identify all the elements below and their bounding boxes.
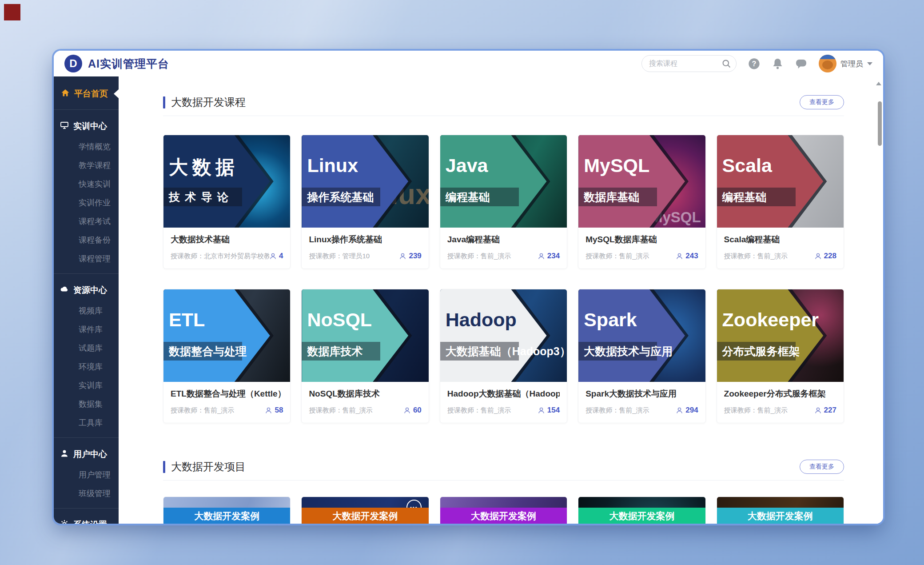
sidebar-item[interactable]: 实训作业 (54, 193, 119, 212)
course-teacher: 授课教师：售前_演示 (447, 406, 538, 415)
chat-icon[interactable] (795, 58, 807, 70)
banner-title: MySQL (584, 155, 649, 176)
sidebar-item[interactable]: 实训库 (54, 376, 119, 395)
user-menu[interactable]: 管理员 (819, 55, 872, 72)
sidebar-item[interactable]: 用户管理 (54, 465, 119, 484)
course-card[interactable]: ETL 数据整合与处理 ETL数据整合与处理（Kettle） 授课教师：售前_演… (163, 289, 291, 423)
section-head: 大数据开发课程 查看更多 (163, 95, 844, 109)
project-image: 大数据开发案例 (578, 497, 705, 524)
course-card[interactable]: Linux Linux 操作系统基础 Linux操作系统基础 授课教师 (301, 135, 429, 269)
card-body: Linux操作系统基础 授课教师：管理员10 239 (302, 228, 428, 268)
sidebar-section-training[interactable]: 实训中心 (54, 115, 119, 137)
sidebar-item[interactable]: 教学课程 (54, 156, 119, 175)
chevron-down-icon (867, 62, 872, 65)
student-count: 154 (538, 406, 560, 415)
app-body: 平台首页 实训中心 学情概览 教学课程 快速实训 实训作业 课程考试 课程备份 … (54, 76, 883, 524)
course-card[interactable]: NoSQL 数据库技术 NoSQL数据库技术 授课教师：售前_演示 60 (301, 289, 429, 423)
banner-subtitle: 编程基础 (717, 188, 796, 206)
person-outline-icon (814, 252, 822, 260)
help-icon[interactable]: ? (748, 58, 760, 70)
project-band-label: 大数据开发案例 (163, 508, 290, 524)
course-teacher: 授课教师：售前_演示 (171, 406, 265, 415)
sidebar-item[interactable]: 快速实训 (54, 175, 119, 193)
course-title: Zookeeper分布式服务框架 (724, 388, 836, 400)
view-more-button[interactable]: 查看更多 (800, 460, 844, 474)
section-divider (163, 480, 844, 481)
course-teacher: 授课教师：售前_演示 (724, 252, 814, 260)
card-body: ETL数据整合与处理（Kettle） 授课教师：售前_演示 58 (163, 382, 290, 423)
course-title: Linux操作系统基础 (309, 234, 421, 245)
course-teacher: 授课教师：售前_演示 (585, 406, 676, 415)
course-card[interactable]: Hadoop 大数据基础（Hadoop3） Hadoop大数据基础（Hadoop… (440, 289, 567, 423)
header-right: ? 管理员 (641, 55, 872, 72)
course-teacher: 授课教师：北京市对外贸易学校教... (171, 252, 269, 260)
section-courses: 大数据开发课程 查看更多 大数据 技术导 (119, 76, 883, 455)
course-banner: Linux Linux 操作系统基础 (302, 135, 428, 228)
banner-title: Hadoop (446, 309, 517, 331)
monitor-icon (60, 121, 69, 132)
sidebar-item[interactable]: 课程考试 (54, 212, 119, 231)
course-banner: ETL 数据整合与处理 (163, 289, 290, 382)
view-more-button[interactable]: 查看更多 (800, 95, 844, 109)
search-box (641, 55, 737, 72)
course-card[interactable]: Spark 大数据技术与应用 Spark大数据技术与应用 授课教师：售前_演示 … (578, 289, 705, 423)
course-title: NoSQL数据库技术 (309, 388, 421, 400)
course-card[interactable]: 大数据 技术导论 大数据技术基础 授课教师：北京市对外贸易学校教... 4 (163, 135, 291, 269)
banner-title: Linux (307, 155, 358, 176)
section-projects: 大数据开发项目 查看更多 大数据开发案例 (119, 455, 883, 524)
card-body: NoSQL数据库技术 授课教师：售前_演示 60 (302, 382, 428, 423)
section-title: 大数据开发项目 (171, 460, 246, 474)
card-body: MySQL数据库基础 授课教师：售前_演示 243 (578, 228, 705, 268)
course-card[interactable]: MySQL MySQL 数据库基础 MySQL数据库基础 授课教师：售 (578, 135, 705, 269)
sidebar-item[interactable]: 数据集 (54, 395, 119, 413)
card-body: Zookeeper分布式服务框架 授课教师：售前_演示 227 (717, 382, 844, 423)
banner-subtitle: 编程基础 (440, 188, 519, 206)
course-teacher: 授课教师：售前_演示 (724, 406, 814, 415)
sidebar-item[interactable]: 环境库 (54, 357, 119, 376)
section-head: 大数据开发项目 查看更多 (163, 460, 844, 474)
sidebar-item[interactable]: 试题库 (54, 339, 119, 357)
sidebar-divider (54, 273, 119, 274)
project-card[interactable]: 大数据开发案例 (717, 497, 844, 524)
student-count: 227 (814, 406, 836, 415)
person-outline-icon (269, 252, 277, 260)
banner-subtitle: 大数据基础（Hadoop3） (440, 342, 519, 361)
project-card[interactable]: 大数据开发案例 (301, 497, 429, 524)
banner-title: ETL (169, 309, 205, 331)
project-card[interactable]: 大数据开发案例 (163, 497, 291, 524)
person-outline-icon (538, 252, 545, 260)
sidebar-item[interactable]: 课程备份 (54, 231, 119, 249)
search-icon[interactable] (721, 58, 732, 71)
project-card[interactable]: 大数据开发案例 (440, 497, 567, 524)
student-count: 228 (814, 252, 836, 260)
sidebar-item[interactable]: 课程管理 (54, 249, 119, 268)
banner-subtitle: 操作系统基础 (302, 188, 380, 206)
student-count: 239 (399, 252, 421, 260)
course-card[interactable]: Java 编程基础 Java编程基础 授课教师：售前_演示 234 (440, 135, 567, 269)
course-title: MySQL数据库基础 (585, 234, 698, 245)
sidebar-item[interactable]: 工具库 (54, 413, 119, 432)
sidebar-section-resources[interactable]: 资源中心 (54, 279, 119, 301)
sidebar-item[interactable]: 课件库 (54, 320, 119, 339)
sidebar-section-users[interactable]: 用户中心 (54, 443, 119, 465)
app-title: AI实训管理平台 (88, 56, 169, 71)
user-avatar[interactable] (819, 55, 836, 72)
gear-icon (60, 520, 69, 524)
course-card[interactable]: Zookeeper 分布式服务框架 Zookeeper分布式服务框架 授课教师：… (717, 289, 844, 423)
card-body: Java编程基础 授课教师：售前_演示 234 (440, 228, 567, 268)
sidebar-item[interactable]: 学情概览 (54, 137, 119, 156)
sidebar-item-home[interactable]: 平台首页 (54, 84, 119, 104)
sidebar-item[interactable]: 视频库 (54, 301, 119, 320)
bell-icon[interactable] (772, 58, 784, 70)
sidebar-section-settings[interactable]: 系统设置 (54, 514, 119, 524)
corner-red-square (4, 4, 20, 20)
scrollbar-thumb[interactable] (878, 101, 882, 146)
project-card[interactable]: 大数据开发案例 (578, 497, 705, 524)
scrollbar-up-arrow-icon[interactable] (876, 82, 881, 85)
student-count: 4 (269, 252, 283, 260)
course-card[interactable]: Scala 编程基础 Scala编程基础 授课教师：售前_演示 228 (717, 135, 844, 269)
cloud-icon (60, 285, 69, 296)
sidebar-item[interactable]: 班级管理 (54, 484, 119, 503)
sidebar-divider (54, 109, 119, 110)
sidebar-divider (54, 437, 119, 438)
